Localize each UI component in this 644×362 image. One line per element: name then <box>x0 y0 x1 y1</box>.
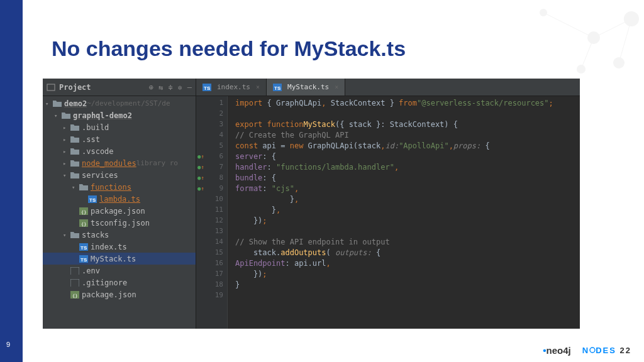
gutter-line: 19 <box>196 290 227 300</box>
gutter-line: 18 <box>196 279 227 290</box>
code-line: const api = new GraphQLApi(stack, id: "A… <box>235 140 580 151</box>
code-line: ApiEndpoint: api.url, <box>235 258 580 268</box>
gutter-line: 17 <box>196 268 227 279</box>
tree-item-graphql-demo2[interactable]: ▾graphql-demo2 <box>43 109 196 121</box>
gutter-line: ●↑7 <box>196 162 227 172</box>
chevron-icon: ▾ <box>72 184 79 190</box>
chevron-icon: ▸ <box>63 136 70 143</box>
svg-point-8 <box>613 57 625 69</box>
svg-line-0 <box>543 13 594 38</box>
gutter-line: 10 <box>196 194 227 204</box>
tree-label: demo2 <box>64 99 87 108</box>
nodes-logo: NDES 22 <box>582 346 631 355</box>
code-line: bundle: { <box>235 172 580 183</box>
tree-item-MyStack-ts[interactable]: TSMyStack.ts <box>43 253 196 265</box>
tree-item--sst[interactable]: ▸.sst <box>43 133 196 145</box>
tree-item-stacks[interactable]: ▾stacks <box>43 229 196 241</box>
code-line: }); <box>235 268 580 279</box>
gutter-line: 1 <box>196 97 227 108</box>
gutter-line: ●↑6 <box>196 151 227 162</box>
project-icon <box>47 83 55 92</box>
tree-label: MyStack.ts <box>91 255 136 263</box>
svg-text:TS: TS <box>80 245 87 251</box>
tree-label: lambda.ts <box>99 195 140 204</box>
tree-item--build[interactable]: ▸.build <box>43 121 196 133</box>
gutter: 12345●↑6●↑7●↑8●↑910111213141516171819 <box>196 96 228 329</box>
project-panel-header[interactable]: Project ⊕ ⇆ ≑ ✲ — <box>43 79 196 96</box>
gutter-line: 14 <box>196 236 227 247</box>
tree-label: package.json <box>91 207 145 216</box>
tree-label: index.ts <box>91 243 127 251</box>
tab-label: MyStack.ts <box>287 83 329 91</box>
tree-label: .gitignore <box>82 278 127 287</box>
code-line: import { GraphQLApi, StackContext } from… <box>235 97 580 108</box>
chevron-icon: ▸ <box>63 124 70 131</box>
chevron-icon: ▾ <box>63 172 70 178</box>
hide-icon[interactable]: — <box>187 83 192 92</box>
svg-text:{}: {} <box>81 210 86 215</box>
gutter-line: 4 <box>196 129 227 140</box>
page-number: 9 <box>6 341 10 348</box>
svg-rect-9 <box>47 84 55 90</box>
tree-item-functions[interactable]: ▾functions <box>43 181 196 193</box>
gutter-line: 3 <box>196 119 227 129</box>
svg-text:{}: {} <box>72 293 77 299</box>
svg-rect-21 <box>70 279 79 287</box>
chevron-icon: ▾ <box>63 232 70 238</box>
svg-rect-20 <box>70 267 79 275</box>
project-panel: Project ⊕ ⇆ ≑ ✲ — ▾demo2 ~/development/S… <box>43 79 196 329</box>
tree-item--env[interactable]: .env <box>43 265 196 277</box>
svg-text:{}: {} <box>81 222 86 227</box>
collapse-icon[interactable]: ⇆ <box>158 83 163 92</box>
code-editor[interactable]: import { GraphQLApi, StackContext } from… <box>228 96 580 329</box>
tree-item-package-json[interactable]: {}package.json <box>43 288 196 300</box>
tree-label: .env <box>82 266 100 275</box>
code-line: server: { <box>235 151 580 162</box>
svg-text:TS: TS <box>204 85 211 91</box>
tree-label: services <box>82 171 118 180</box>
code-line: // Show the API endpoint in output <box>235 236 580 247</box>
gutter-line: 16 <box>196 258 227 268</box>
code-line <box>235 108 580 119</box>
tree-label: tsconfig.json <box>91 219 150 228</box>
tree-item--vscode[interactable]: ▸.vscode <box>43 145 196 157</box>
svg-point-4 <box>540 9 547 16</box>
code-line: }, <box>235 194 580 204</box>
gutter-line: 2 <box>196 108 227 119</box>
code-area: 12345●↑6●↑7●↑8●↑910111213141516171819 im… <box>196 96 580 329</box>
tree-item-node_modules[interactable]: ▸node_modules library ro <box>43 157 196 169</box>
close-icon[interactable]: × <box>256 84 260 90</box>
tree-item-lambda-ts[interactable]: TSlambda.ts <box>43 193 196 205</box>
gutter-line: ●↑8 <box>196 172 227 183</box>
code-line: handler: "functions/lambda.handler", <box>235 162 580 172</box>
tree-item-index-ts[interactable]: TSindex.ts <box>43 241 196 253</box>
tree-suffix: library ro <box>136 159 178 167</box>
tree-label: graphql-demo2 <box>73 111 132 120</box>
code-line: }, <box>235 204 580 215</box>
gutter-line: 12 <box>196 215 227 226</box>
tree-item-package-json[interactable]: {}package.json <box>43 205 196 217</box>
chevron-icon: ▾ <box>54 112 62 119</box>
gutter-line: 15 <box>196 247 227 258</box>
expand-icon[interactable]: ≑ <box>168 83 172 92</box>
tree-label: package.json <box>82 290 136 299</box>
code-line: export function MyStack({ stack }: Stack… <box>235 119 580 129</box>
code-line: } <box>235 279 580 290</box>
slide-title: No changes needed for MyStack.ts <box>52 36 406 61</box>
tree-item-demo2[interactable]: ▾demo2 ~/development/SST/de <box>43 97 196 109</box>
tab-MyStack-ts[interactable]: TSMyStack.ts× <box>267 79 345 96</box>
gear-icon[interactable]: ✲ <box>178 83 182 92</box>
tree-item-tsconfig-json[interactable]: {}tsconfig.json <box>43 217 196 229</box>
tree-item-services[interactable]: ▾services <box>43 169 196 181</box>
tab-label: index.ts <box>217 83 250 91</box>
tree-item--gitignore[interactable]: .gitignore <box>43 277 196 288</box>
tree-label: functions <box>91 183 131 192</box>
svg-text:TS: TS <box>274 85 281 91</box>
close-icon[interactable]: × <box>335 84 338 90</box>
svg-point-7 <box>577 65 586 74</box>
gutter-line: 11 <box>196 204 227 215</box>
project-toolbar: ⊕ ⇆ ≑ ✲ — <box>149 83 192 92</box>
tab-index-ts[interactable]: TSindex.ts× <box>196 79 267 96</box>
target-icon[interactable]: ⊕ <box>149 83 153 92</box>
code-line: // Create the GraphQL API <box>235 129 580 140</box>
